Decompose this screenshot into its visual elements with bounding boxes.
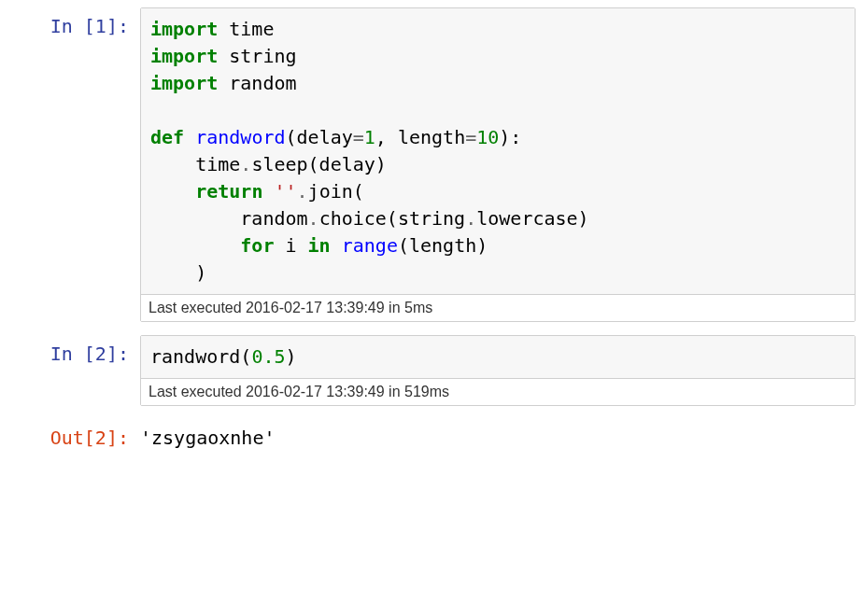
notebook-cell: In [1]: import time import string import… xyxy=(7,7,856,322)
cell-body: import time import string import random … xyxy=(140,7,856,322)
output-body: 'zsygaoxnhe' xyxy=(140,419,856,449)
code-editor[interactable]: import time import string import random … xyxy=(141,8,855,294)
code-editor[interactable]: randword(0.5) xyxy=(141,336,855,378)
output-row: Out[2]: 'zsygaoxnhe' xyxy=(7,419,856,449)
execution-timing: Last executed 2016-02-17 13:39:49 in 5ms xyxy=(141,294,855,321)
input-prompt: In [2]: xyxy=(7,335,140,365)
cell-body: randword(0.5) Last executed 2016-02-17 1… xyxy=(140,335,856,406)
input-prompt: In [1]: xyxy=(7,7,140,37)
output-text: 'zsygaoxnhe' xyxy=(140,419,856,449)
input-area[interactable]: randword(0.5) Last executed 2016-02-17 1… xyxy=(140,335,856,406)
output-prompt: Out[2]: xyxy=(7,419,140,449)
input-area[interactable]: import time import string import random … xyxy=(140,7,856,322)
notebook-cell: In [2]: randword(0.5) Last executed 2016… xyxy=(7,335,856,406)
execution-timing: Last executed 2016-02-17 13:39:49 in 519… xyxy=(141,378,855,405)
